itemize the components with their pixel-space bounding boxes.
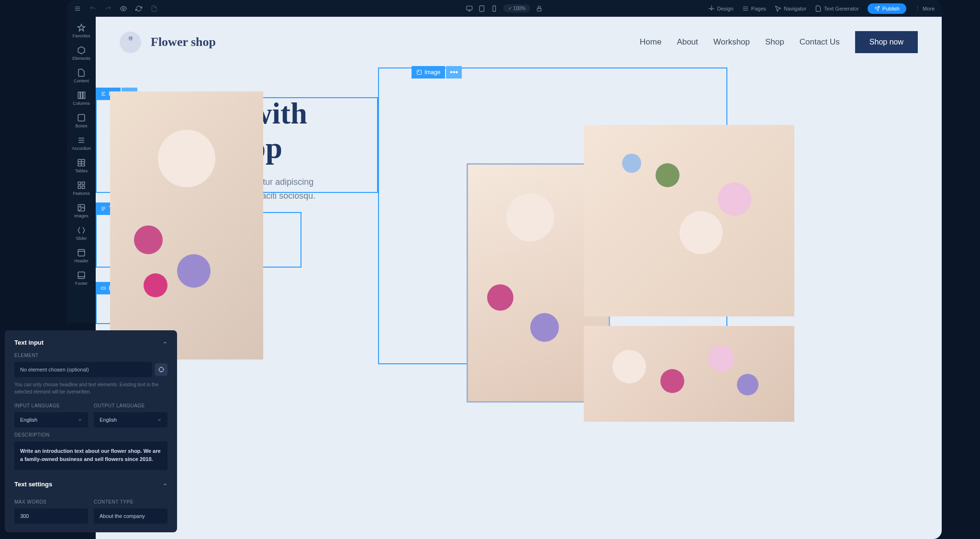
nav-workshop[interactable]: Workshop xyxy=(713,37,750,47)
text-generator-panel: Text input ELEMENT No element chosen (op… xyxy=(5,330,177,532)
desktop-icon[interactable] xyxy=(466,5,473,12)
lock-icon[interactable] xyxy=(536,5,543,12)
zoom-level[interactable]: ✓ 100% xyxy=(503,4,530,12)
content-type-select[interactable]: About the company xyxy=(94,508,167,524)
site-logo xyxy=(120,32,141,53)
textgen-link[interactable]: Text Generator xyxy=(815,5,859,12)
svg-rect-18 xyxy=(78,272,85,279)
svg-rect-1 xyxy=(467,6,472,10)
sidebar-item-accordion[interactable]: Accordion xyxy=(67,133,96,154)
top-toolbar: ✓ 100% Design Pages Navigator Text Gener… xyxy=(67,0,942,17)
svg-rect-12 xyxy=(82,182,85,184)
brand-name: Flower shop xyxy=(151,35,216,49)
svg-rect-14 xyxy=(82,186,85,189)
svg-point-16 xyxy=(79,206,81,207)
mobile-icon[interactable] xyxy=(491,5,498,12)
more-link[interactable]: ⋮ More xyxy=(915,5,935,11)
nav-about[interactable]: About xyxy=(677,37,698,47)
sidebar-item-footer[interactable]: Footer xyxy=(67,268,96,289)
svg-rect-11 xyxy=(78,182,80,184)
input-language-select[interactable]: English xyxy=(14,412,88,427)
sidebar-item-header[interactable]: Header xyxy=(67,246,96,266)
sidebar-item-boxes[interactable]: Boxes xyxy=(67,111,96,131)
hero-image-4 xyxy=(584,326,794,422)
svg-point-22 xyxy=(159,367,163,371)
chevron-down-icon xyxy=(78,417,82,422)
svg-rect-3 xyxy=(493,6,496,11)
svg-rect-20 xyxy=(417,70,422,75)
sidebar-item-features[interactable]: Features xyxy=(67,178,96,199)
svg-rect-7 xyxy=(81,92,83,99)
sidebar-item-favorites[interactable]: Favorites xyxy=(67,21,96,41)
left-sidebar: Favorites Elements Content Columns Boxes… xyxy=(67,17,96,323)
panel-section-title-2[interactable]: Text settings xyxy=(14,481,167,488)
redo-icon[interactable] xyxy=(105,5,111,12)
image-more-icon[interactable]: ••• xyxy=(446,66,462,79)
svg-point-0 xyxy=(122,8,124,10)
sidebar-item-slider[interactable]: Slider xyxy=(67,223,96,244)
svg-rect-6 xyxy=(78,92,80,99)
svg-rect-13 xyxy=(78,186,80,189)
sidebar-item-columns[interactable]: Columns xyxy=(67,88,96,109)
sidebar-item-elements[interactable]: Elements xyxy=(67,43,96,64)
svg-rect-19 xyxy=(101,287,106,289)
site-nav: Home About Workshop Shop Contact Us Shop… xyxy=(640,31,918,53)
panel-section-title[interactable]: Text input xyxy=(14,339,167,346)
pages-link[interactable]: Pages xyxy=(742,5,766,12)
sidebar-item-content[interactable]: Content xyxy=(67,66,96,86)
nav-contact[interactable]: Contact Us xyxy=(800,37,840,47)
element-label: ELEMENT xyxy=(14,353,167,358)
svg-point-21 xyxy=(418,71,419,72)
svg-rect-2 xyxy=(479,6,484,11)
element-picker-input[interactable]: No element chosen (optional) xyxy=(14,362,152,377)
max-words-input[interactable]: 300 xyxy=(14,508,88,524)
sidebar-item-tables[interactable]: Tables xyxy=(67,156,96,176)
svg-rect-4 xyxy=(537,8,541,11)
element-hint: You can only choose headline and text el… xyxy=(14,381,167,395)
refresh-icon[interactable] xyxy=(135,5,142,12)
element-picker-button[interactable] xyxy=(155,363,167,376)
max-words-label: MAX WORDS xyxy=(14,499,88,505)
svg-rect-8 xyxy=(83,92,85,99)
output-lang-label: OUTPUT LANGUAGE xyxy=(94,403,167,408)
chevron-up-icon xyxy=(163,340,167,345)
undo-icon[interactable] xyxy=(89,5,96,12)
input-lang-label: INPUT LANGUAGE xyxy=(14,403,88,408)
menu-icon[interactable] xyxy=(74,5,81,12)
publish-button[interactable]: Publish xyxy=(868,3,906,14)
svg-rect-17 xyxy=(78,249,85,256)
editor-canvas[interactable]: Flower shop Home About Workshop Shop Con… xyxy=(96,17,942,539)
navigator-link[interactable]: Navigator xyxy=(775,5,806,12)
content-type-label: CONTENT TYPE xyxy=(94,499,167,505)
site-header: Flower shop Home About Workshop Shop Con… xyxy=(96,17,942,67)
shop-now-button[interactable]: Shop now xyxy=(855,31,918,53)
file-icon[interactable] xyxy=(151,5,157,12)
design-link[interactable]: Design xyxy=(708,5,734,12)
description-label: DESCRIPTION xyxy=(14,432,167,438)
hero-image-1 xyxy=(110,91,263,359)
svg-rect-9 xyxy=(78,114,85,121)
tablet-icon[interactable] xyxy=(479,5,485,12)
chevron-up-icon xyxy=(163,482,167,487)
eye-icon[interactable] xyxy=(120,5,127,12)
image-element-tag[interactable]: Image ••• xyxy=(412,66,462,79)
nav-home[interactable]: Home xyxy=(640,37,661,47)
nav-shop[interactable]: Shop xyxy=(765,37,784,47)
description-textarea[interactable]: Write an introduction text about our flo… xyxy=(14,441,167,470)
hero-section: H1 ••• Send love with Flower Shop Text •… xyxy=(96,67,942,364)
chevron-down-icon xyxy=(157,417,162,422)
output-language-select[interactable]: English xyxy=(94,412,167,427)
sidebar-item-images[interactable]: Images xyxy=(67,201,96,221)
hero-image-3 xyxy=(584,125,794,316)
